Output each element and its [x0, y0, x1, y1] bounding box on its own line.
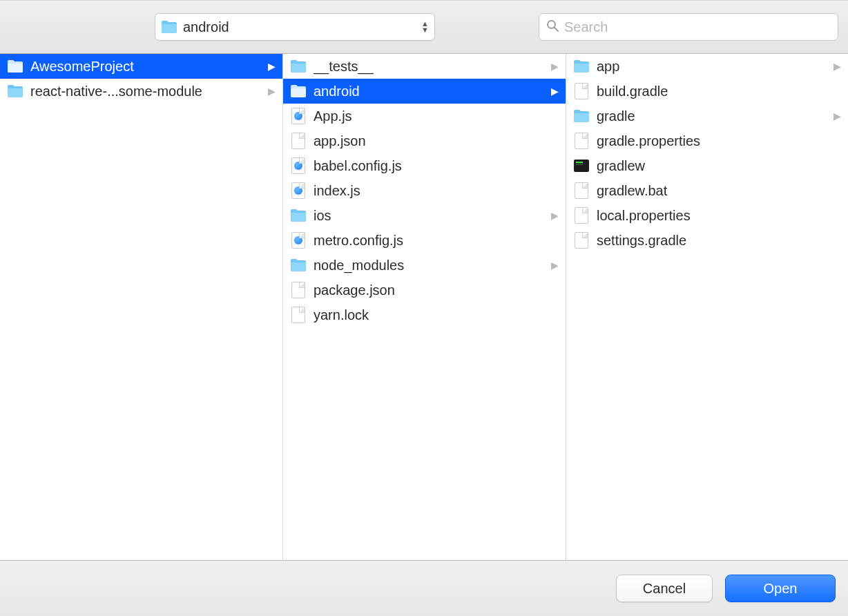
file-row[interactable]: package.json: [283, 278, 566, 302]
executable-icon: [573, 157, 590, 174]
chevron-right-icon: ▶: [549, 210, 559, 221]
folder-icon: [573, 58, 590, 75]
file-row[interactable]: gradlew.bat: [566, 178, 848, 203]
footer: Cancel Open: [0, 561, 848, 616]
column-1[interactable]: __tests__▶android▶App.jsapp.jsonbabel.co…: [283, 54, 566, 560]
file-row[interactable]: gradle▶: [566, 104, 848, 128]
chevron-right-icon: ▶: [549, 61, 559, 72]
file-row[interactable]: local.properties: [566, 203, 848, 228]
file-name: package.json: [314, 282, 559, 298]
file-row[interactable]: yarn.lock: [283, 302, 566, 327]
file-row[interactable]: __tests__▶: [283, 54, 566, 79]
folder-icon: [290, 207, 307, 224]
search-icon: [546, 19, 559, 35]
folder-icon: [290, 58, 307, 75]
file-row[interactable]: android▶: [283, 79, 566, 104]
file-name: gradle: [597, 108, 831, 124]
chevron-right-icon: ▶: [831, 110, 841, 122]
file-icon: [573, 133, 590, 149]
open-button[interactable]: Open: [725, 575, 836, 602]
column-2[interactable]: app▶build.gradlegradle▶gradle.properties…: [566, 54, 848, 560]
file-name: local.properties: [597, 208, 841, 224]
file-name: gradlew.bat: [597, 183, 841, 199]
file-icon: [573, 207, 590, 224]
file-icon: [290, 307, 307, 323]
file-name: babel.config.js: [314, 158, 559, 174]
file-row[interactable]: react-native-...some-module▶: [0, 79, 282, 104]
path-label: android: [183, 19, 417, 35]
cancel-button[interactable]: Cancel: [616, 575, 713, 602]
search-field[interactable]: [539, 13, 838, 41]
file-row[interactable]: gradle.properties: [566, 128, 848, 153]
file-icon: [573, 182, 590, 199]
file-name: __tests__: [314, 59, 549, 75]
file-name: yarn.lock: [314, 307, 559, 323]
folder-icon: [161, 19, 177, 35]
file-row[interactable]: build.gradle: [566, 79, 848, 104]
text-file-icon: [290, 282, 307, 298]
file-name: settings.gradle: [597, 233, 841, 249]
file-name: app.json: [314, 133, 559, 149]
file-row[interactable]: app.json: [283, 128, 566, 153]
file-name: index.js: [314, 183, 559, 199]
file-row[interactable]: index.js: [283, 178, 566, 203]
file-name: gradle.properties: [597, 133, 841, 149]
file-name: gradlew: [597, 158, 841, 174]
chevron-right-icon: ▶: [831, 61, 841, 72]
file-icon: [573, 83, 590, 99]
file-name: App.js: [314, 108, 559, 124]
file-icon: [573, 232, 590, 249]
updown-icon: ▲▼: [417, 21, 429, 33]
file-row[interactable]: AwesomeProject▶: [0, 54, 282, 79]
chevron-right-icon: ▶: [266, 86, 276, 97]
folder-icon: [7, 58, 23, 75]
column-0[interactable]: AwesomeProject▶react-native-...some-modu…: [0, 54, 283, 560]
text-file-icon: [290, 133, 307, 149]
folder-icon: [573, 108, 590, 124]
file-name: react-native-...some-module: [30, 84, 266, 99]
file-name: node_modules: [314, 258, 549, 273]
file-row[interactable]: app▶: [566, 54, 848, 79]
folder-icon: [7, 83, 23, 99]
file-name: app: [597, 59, 831, 75]
file-name: android: [314, 84, 549, 99]
js-file-icon: [290, 108, 307, 124]
file-row[interactable]: gradlew: [566, 153, 848, 178]
folder-icon: [290, 257, 307, 273]
js-file-icon: [290, 157, 307, 174]
path-popup[interactable]: android ▲▼: [155, 13, 435, 41]
file-name: metro.config.js: [314, 233, 559, 249]
toolbar: android ▲▼: [0, 0, 848, 54]
file-row[interactable]: ios▶: [283, 203, 566, 228]
js-file-icon: [290, 182, 307, 199]
file-row[interactable]: node_modules▶: [283, 253, 566, 278]
folder-icon: [290, 83, 307, 99]
svg-line-1: [555, 28, 558, 31]
chevron-right-icon: ▶: [549, 86, 559, 97]
file-name: ios: [314, 208, 549, 224]
file-row[interactable]: metro.config.js: [283, 228, 566, 253]
chevron-right-icon: ▶: [549, 260, 559, 271]
file-row[interactable]: App.js: [283, 104, 566, 128]
file-row[interactable]: settings.gradle: [566, 228, 848, 253]
js-file-icon: [290, 232, 307, 249]
file-name: AwesomeProject: [30, 59, 266, 75]
file-name: build.gradle: [597, 84, 841, 99]
column-browser: AwesomeProject▶react-native-...some-modu…: [0, 54, 848, 561]
search-input[interactable]: [564, 19, 831, 35]
svg-point-0: [548, 21, 555, 28]
chevron-right-icon: ▶: [266, 61, 276, 72]
file-row[interactable]: babel.config.js: [283, 153, 566, 178]
